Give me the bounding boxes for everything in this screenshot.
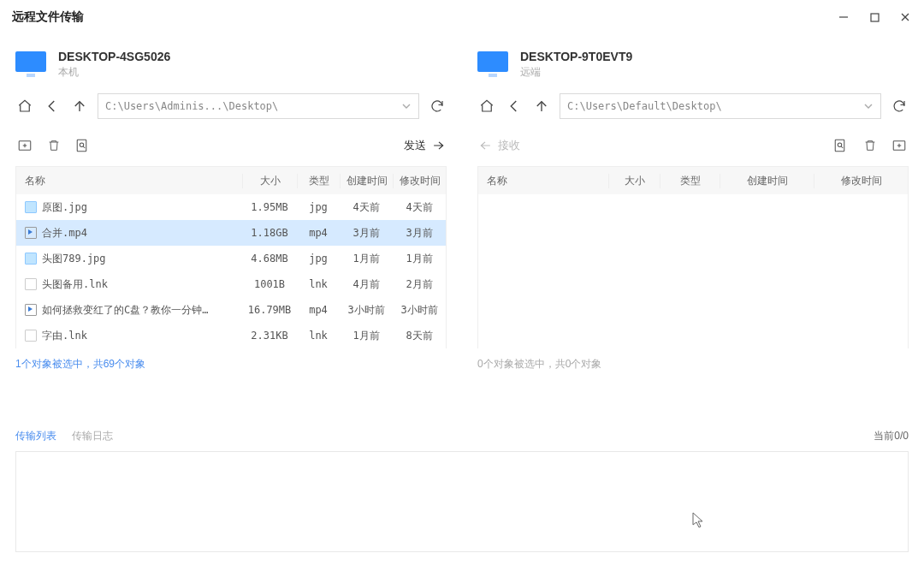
new-folder-icon[interactable] [15,136,34,155]
cell-size: 1.18GB [242,227,297,239]
col-size[interactable]: 大小 [242,174,297,188]
col-mtime[interactable]: 修改时间 [814,174,908,188]
svg-rect-1 [871,14,879,21]
refresh-icon[interactable] [428,97,447,116]
remote-host-row: DESKTOP-9T0EVT9 远端 [477,43,909,86]
home-icon[interactable] [477,97,496,116]
cell-ctime: 3月前 [340,226,393,241]
cell-type: mp4 [297,304,340,316]
send-button[interactable]: 发送 [404,138,447,153]
table-row[interactable]: 原图.jpg1.95MBjpg4天前4天前 [16,194,446,220]
cell-mtime: 1月前 [393,252,446,266]
table-row[interactable]: 头图789.jpg4.68MBjpg1月前1月前 [16,246,446,271]
col-type[interactable]: 类型 [297,174,340,188]
cell-mtime: 4天前 [393,200,446,215]
svg-rect-10 [835,140,844,152]
up-icon[interactable] [532,97,551,116]
home-icon[interactable] [15,97,34,116]
remote-path-input[interactable]: C:\Users\Default\Desktop\ [560,93,881,119]
cell-name: 合并.mp4 [16,226,242,241]
local-host-text: DESKTOP-4SG5026 本机 [58,50,170,80]
receive-button[interactable]: 接收 [477,138,520,153]
cell-mtime: 8天前 [393,329,446,343]
monitor-icon [477,51,508,77]
cell-type: jpg [297,201,340,213]
file-icon [25,330,37,342]
chevron-down-icon[interactable] [401,101,412,111]
delete-icon[interactable] [44,136,63,155]
tab-transfer-log[interactable]: 传输日志 [72,429,113,443]
send-arrow-icon [431,140,447,152]
cell-size: 16.79MB [242,304,297,316]
cell-mtime: 3月前 [393,226,446,241]
local-action-left [15,136,92,155]
col-name[interactable]: 名称 [478,174,608,188]
file-icon [25,227,37,239]
minimize-button[interactable] [837,10,850,24]
remote-host-role: 远端 [520,65,632,80]
remote-table-body [478,194,908,348]
search-file-icon[interactable] [832,136,850,155]
window-controls [837,10,912,24]
local-status: 1个对象被选中，共69个对象 [15,348,447,380]
search-file-icon[interactable] [74,136,92,155]
remote-panel: DESKTOP-9T0EVT9 远端 C:\Users\Default\Desk… [462,34,924,424]
delete-icon[interactable] [861,136,880,155]
chevron-down-icon[interactable] [863,101,874,111]
maximize-button[interactable] [868,10,881,24]
refresh-icon[interactable] [890,97,909,116]
cell-name: 如何拯救变红了的C盘？教你一分钟… [16,303,242,318]
cell-name: 头图备用.lnk [16,277,242,292]
table-row[interactable]: 合并.mp41.18GBmp43月前3月前 [16,220,446,246]
remote-table-header: 名称 大小 类型 创建时间 修改时间 [478,167,908,194]
col-mtime[interactable]: 修改时间 [393,174,446,188]
remote-host-name: DESKTOP-9T0EVT9 [520,50,632,63]
col-type[interactable]: 类型 [660,174,720,188]
local-path-input[interactable]: C:\Users\Adminis...\Desktop\ [98,93,419,119]
file-name: 合并.mp4 [42,226,87,241]
remote-nav: C:\Users\Default\Desktop\ [477,87,909,125]
up-icon[interactable] [70,97,89,116]
svg-rect-7 [77,140,86,152]
col-ctime[interactable]: 创建时间 [720,174,814,188]
col-name[interactable]: 名称 [16,174,242,188]
transfer-progress: 当前0/0 [874,429,909,443]
remote-actions: 接收 [477,125,909,166]
cell-type: lnk [297,330,340,342]
new-folder-icon[interactable] [890,136,909,155]
cell-ctime: 4天前 [340,200,393,215]
col-size[interactable]: 大小 [608,174,660,188]
table-row[interactable]: 如何拯救变红了的C盘？教你一分钟…16.79MBmp43小时前3小时前 [16,297,446,323]
svg-line-9 [83,146,85,148]
file-icon [25,278,37,290]
local-nav: C:\Users\Adminis...\Desktop\ [15,87,447,125]
local-host-name: DESKTOP-4SG5026 [58,50,170,63]
receive-label: 接收 [498,138,520,153]
tab-transfer-queue[interactable]: 传输列表 [15,429,56,443]
svg-line-12 [841,146,843,148]
cell-type: mp4 [297,227,340,239]
cursor-icon [692,512,706,529]
cell-ctime: 1月前 [340,329,393,343]
cell-mtime: 3小时前 [393,303,446,318]
cell-type: jpg [297,253,340,265]
table-row[interactable]: 头图备用.lnk1001Blnk4月前2月前 [16,271,446,297]
local-table-header: 名称 大小 类型 创建时间 修改时间 [16,167,446,194]
back-icon[interactable] [43,97,62,116]
table-row[interactable]: 字由.lnk2.31KBlnk1月前8天前 [16,323,446,348]
file-name: 头图789.jpg [42,252,106,266]
remote-action-right [832,136,909,155]
back-icon[interactable] [505,97,524,116]
file-icon [25,253,37,265]
cell-size: 2.31KB [242,330,297,342]
remote-status: 0个对象被选中，共0个对象 [477,348,909,380]
cell-name: 原图.jpg [16,200,242,215]
col-ctime[interactable]: 创建时间 [340,174,393,188]
local-actions: 发送 [15,125,447,166]
close-button[interactable] [898,10,912,24]
cell-size: 1001B [242,278,297,290]
local-host-row: DESKTOP-4SG5026 本机 [15,43,447,86]
file-name: 头图备用.lnk [42,277,108,292]
local-file-table: 名称 大小 类型 创建时间 修改时间 原图.jpg1.95MBjpg4天前4天前… [15,166,447,348]
file-name: 原图.jpg [42,200,87,215]
